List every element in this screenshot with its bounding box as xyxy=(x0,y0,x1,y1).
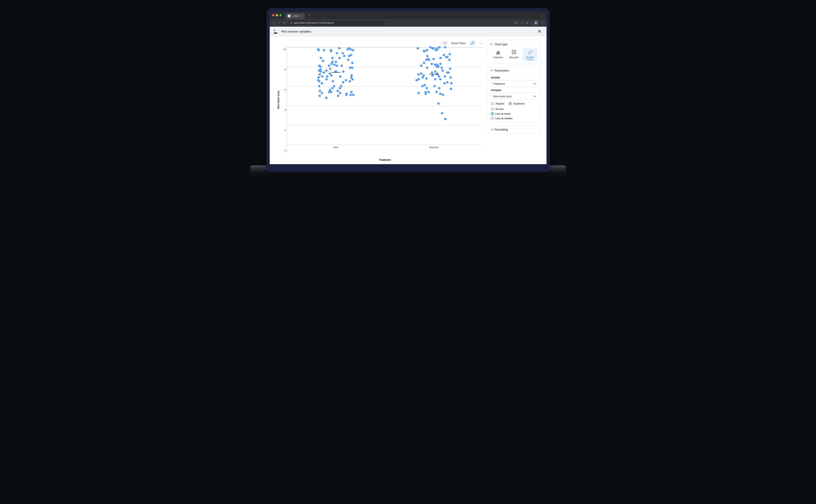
chart-toolbar: Show Filters ⋯ xyxy=(276,40,483,46)
nav-back-icon[interactable]: ← xyxy=(273,21,275,24)
browser-tabstrip: Ledidi ✕ + ⌄ xyxy=(270,11,546,19)
y-axis-label: Size tumor (cm) xyxy=(276,47,281,152)
data-point xyxy=(343,55,345,57)
data-point xyxy=(337,90,339,92)
data-point xyxy=(323,71,325,74)
config-sidebar: Chart type Columns Box plot xyxy=(488,40,540,152)
nav-reload-icon[interactable]: ⟳ xyxy=(283,21,286,24)
data-point xyxy=(417,78,420,80)
data-point xyxy=(447,71,450,74)
layout-scattered-radio[interactable]: Scattered xyxy=(509,102,525,105)
data-point xyxy=(421,76,424,79)
data-point xyxy=(350,54,352,56)
data-point xyxy=(423,62,425,64)
formatting-header[interactable]: Formatting xyxy=(488,126,540,134)
y-tick: 8 xyxy=(285,68,286,71)
window-minimize-icon[interactable] xyxy=(276,14,278,16)
data-point xyxy=(330,63,333,65)
edit-chart-icon[interactable] xyxy=(469,40,476,46)
data-point xyxy=(330,74,333,77)
data-point xyxy=(450,88,452,90)
data-point xyxy=(321,82,323,85)
app-logo-icon xyxy=(274,30,278,34)
x-tick-label: Standard xyxy=(385,146,483,149)
extensions-icon[interactable]: ⧉ xyxy=(526,21,528,25)
tabs-dropdown-icon[interactable]: ⌄ xyxy=(540,13,544,17)
data-point xyxy=(423,50,425,52)
chart-type-header[interactable]: Chart type xyxy=(488,40,540,48)
line-median-radio[interactable]: Line at median xyxy=(491,117,537,120)
radio-icon xyxy=(491,102,494,105)
toolbar-divider xyxy=(531,21,531,25)
data-point xyxy=(431,71,433,74)
data-point xyxy=(450,82,453,85)
site-info-icon[interactable]: ⇆ xyxy=(291,22,292,24)
variable-label: Variable xyxy=(491,76,537,79)
data-point xyxy=(351,78,354,80)
close-panel-icon[interactable]: ✕ xyxy=(536,28,542,35)
x-axis-label: Treatment xyxy=(287,158,483,161)
data-point xyxy=(321,92,323,94)
chart-type-title: Chart type xyxy=(494,43,508,46)
data-point xyxy=(347,59,349,61)
x-tick-label: New xyxy=(287,146,385,149)
parameters-header[interactable]: Parameters xyxy=(488,67,540,75)
data-point xyxy=(432,58,435,60)
window-zoom-icon[interactable] xyxy=(280,14,282,16)
variable-value: Treatment xyxy=(493,82,505,85)
data-point xyxy=(426,67,428,69)
line-none-label: No line xyxy=(495,108,504,111)
y-axis-ticks: 1086420 xyxy=(281,47,287,152)
data-point xyxy=(331,57,334,59)
profile-avatar[interactable]: A xyxy=(534,21,538,25)
line-mean-radio[interactable]: Line at mean xyxy=(491,112,537,115)
data-point xyxy=(425,87,428,89)
category-column: New xyxy=(287,47,385,144)
data-point xyxy=(339,87,341,89)
layout-aligned-radio[interactable]: Aligned xyxy=(491,102,504,105)
nav-forward-icon[interactable]: → xyxy=(278,21,281,24)
bookmark-star-icon[interactable]: ☆ xyxy=(521,21,523,24)
chevron-down-icon xyxy=(533,95,535,97)
window-close-icon[interactable] xyxy=(272,14,274,16)
line-none-radio[interactable]: No line xyxy=(491,108,537,111)
data-point xyxy=(352,49,354,51)
password-key-icon[interactable]: ⚿ xyxy=(515,21,518,24)
data-point xyxy=(339,92,341,94)
data-point xyxy=(425,59,428,61)
data-point xyxy=(426,49,428,51)
show-filters-toggle[interactable] xyxy=(441,41,448,45)
compare-select[interactable]: Size tumor (cm) xyxy=(491,93,537,100)
data-point xyxy=(332,80,334,82)
data-point xyxy=(441,69,444,72)
columns-icon xyxy=(496,50,499,54)
data-point xyxy=(448,59,451,61)
chart-type-columns[interactable]: Columns xyxy=(491,48,505,61)
address-bar[interactable]: ⇆ app.ledidi.no/projects/7134/analysis xyxy=(288,20,385,26)
data-point xyxy=(431,63,433,65)
layout-scattered-label: Scattered xyxy=(513,102,525,105)
formatting-title: Formatting xyxy=(494,128,508,131)
data-point xyxy=(443,82,446,85)
mean-line xyxy=(331,72,340,73)
new-tab-button[interactable]: + xyxy=(306,12,312,18)
data-point xyxy=(338,57,341,59)
data-point xyxy=(439,93,441,95)
compare-label: Compare xyxy=(491,89,537,92)
data-point xyxy=(349,67,351,69)
chart-type-scatter[interactable]: Scatter xyxy=(523,48,537,61)
data-point xyxy=(421,85,424,87)
browser-tab-active[interactable]: Ledidi ✕ xyxy=(285,13,305,19)
tab-close-icon[interactable]: ✕ xyxy=(300,15,302,17)
data-point xyxy=(425,77,428,80)
chart-type-scatter-label: Scatter xyxy=(526,56,534,59)
data-point xyxy=(429,46,432,49)
chart-more-menu-icon[interactable]: ⋯ xyxy=(479,41,483,45)
radio-icon xyxy=(491,108,494,111)
data-point xyxy=(319,68,322,71)
data-point xyxy=(440,67,443,69)
app-bar: Plot numeric variables ✕ xyxy=(270,27,546,36)
variable-select[interactable]: Treatment xyxy=(491,80,537,87)
chart-type-boxplot[interactable]: Box plot xyxy=(507,48,521,61)
browser-menu-icon[interactable]: ⋮ xyxy=(541,21,544,24)
